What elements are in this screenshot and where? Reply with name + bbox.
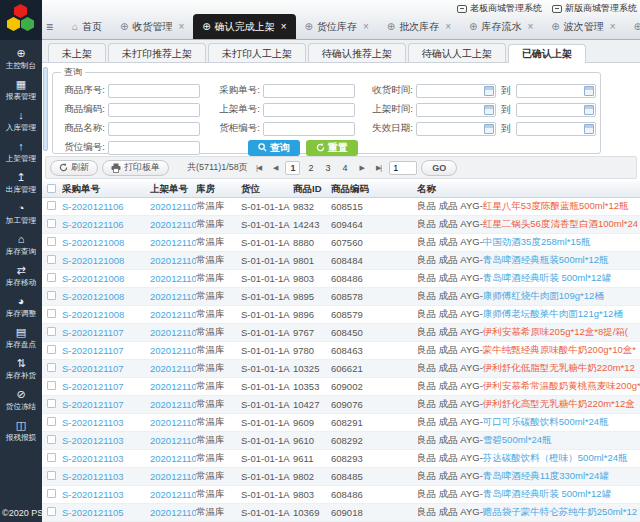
sidebar-item-入库管理[interactable]: ↓入库管理 bbox=[0, 109, 42, 133]
purchase-order-link[interactable]: S-2020121103 bbox=[62, 435, 150, 446]
top-tab[interactable]: ⊕货位库存× bbox=[296, 14, 378, 39]
close-icon[interactable]: × bbox=[610, 21, 616, 32]
row-checkbox[interactable] bbox=[47, 453, 56, 462]
putaway-order-link[interactable]: 20201211003 bbox=[150, 453, 196, 464]
row-checkbox[interactable] bbox=[47, 471, 56, 480]
row-checkbox[interactable] bbox=[47, 489, 56, 498]
row-checkbox[interactable] bbox=[47, 417, 56, 426]
purchase-order-link[interactable]: S-2020121107 bbox=[62, 327, 150, 338]
row-checkbox[interactable] bbox=[47, 219, 56, 228]
row-checkbox[interactable] bbox=[47, 345, 56, 354]
content-tab[interactable]: 已确认上架 bbox=[508, 44, 586, 63]
putaway-order-link[interactable]: 20201211004 bbox=[150, 399, 196, 410]
sidebar-item-货位冻结[interactable]: ⊘货位冻结 bbox=[0, 388, 42, 412]
row-checkbox[interactable] bbox=[47, 309, 56, 318]
sidebar-item-报残报损[interactable]: ◫报残报损 bbox=[0, 419, 42, 443]
reset-button[interactable]: 重置 bbox=[306, 140, 358, 156]
close-icon[interactable]: × bbox=[281, 21, 287, 32]
row-checkbox[interactable] bbox=[47, 381, 56, 390]
page-input[interactable] bbox=[389, 161, 417, 175]
putaway-order-link[interactable]: 20201211005 bbox=[150, 273, 196, 284]
close-icon[interactable]: × bbox=[178, 21, 184, 32]
row-checkbox[interactable] bbox=[47, 327, 56, 336]
product-code-input[interactable] bbox=[108, 103, 200, 117]
purchase-order-link[interactable]: S-2020121106 bbox=[62, 201, 150, 212]
row-checkbox[interactable] bbox=[47, 399, 56, 408]
sidebar-item-库存查询[interactable]: ⌂库存查询 bbox=[0, 233, 42, 257]
close-icon[interactable]: × bbox=[527, 21, 533, 32]
sidebar-item-库存调整[interactable]: ◕库存调整 bbox=[0, 295, 42, 319]
print-board-button[interactable]: 打印板单 bbox=[102, 160, 169, 176]
putaway-order-link[interactable]: 20201211003 bbox=[150, 471, 196, 482]
page-number-button[interactable]: 4 bbox=[339, 162, 352, 174]
putaway-order-link[interactable]: 20201211003 bbox=[150, 435, 196, 446]
page-number-button[interactable]: 3 bbox=[322, 162, 335, 174]
purchase-order-link[interactable]: S-2020121008 bbox=[62, 255, 150, 266]
putaway-order-link[interactable]: 20201211005 bbox=[150, 291, 196, 302]
menu-toggle-icon[interactable]: ≡ bbox=[46, 20, 53, 34]
sidebar-item-上架管理[interactable]: ↑上架管理 bbox=[0, 140, 42, 164]
sidebar-item-库存补货[interactable]: ⇅库存补货 bbox=[0, 357, 42, 381]
purchase-order-link[interactable]: S-2020121105 bbox=[62, 507, 150, 518]
purchase-no-input[interactable] bbox=[263, 84, 355, 98]
close-icon[interactable]: × bbox=[445, 21, 451, 32]
putaway-order-link[interactable]: 20201211004 bbox=[150, 363, 196, 374]
select-all-checkbox[interactable] bbox=[47, 184, 56, 193]
sidebar-item-主控制台[interactable]: ⊕主控制台 bbox=[0, 47, 42, 71]
top-tab[interactable]: ⊕确认完成上架× bbox=[193, 14, 295, 39]
row-checkbox[interactable] bbox=[47, 201, 56, 210]
row-checkbox[interactable] bbox=[47, 435, 56, 444]
purchase-order-link[interactable]: S-2020121106 bbox=[62, 219, 150, 230]
top-tab[interactable]: ⊕收货管理× bbox=[111, 14, 193, 39]
putaway-no-input[interactable] bbox=[263, 103, 355, 117]
panel-collapse-bar[interactable] bbox=[43, 67, 48, 151]
sidebar-item-库存移动[interactable]: ⇄库存移动 bbox=[0, 264, 42, 288]
go-button[interactable]: GO bbox=[421, 160, 457, 176]
content-tab[interactable]: 待确认人工上架 bbox=[408, 43, 506, 62]
purchase-order-link[interactable]: S-2020121103 bbox=[62, 471, 150, 482]
row-checkbox[interactable] bbox=[47, 273, 56, 282]
purchase-order-link[interactable]: S-2020121103 bbox=[62, 489, 150, 500]
calendar-icon[interactable] bbox=[584, 105, 594, 115]
page-number-button[interactable]: 1 bbox=[285, 161, 300, 175]
content-tab[interactable]: 待确认推荐上架 bbox=[308, 43, 406, 62]
slot-no-input[interactable] bbox=[108, 141, 200, 155]
sidebar-item-库存盘点[interactable]: ▤库存盘点 bbox=[0, 326, 42, 350]
purchase-order-link[interactable]: S-2020121008 bbox=[62, 273, 150, 284]
purchase-order-link[interactable]: S-2020121107 bbox=[62, 381, 150, 392]
top-tab[interactable]: ⊕波次管理× bbox=[542, 14, 624, 39]
putaway-order-link[interactable]: 20201211004 bbox=[150, 381, 196, 392]
row-checkbox[interactable] bbox=[47, 291, 56, 300]
purchase-order-link[interactable]: S-2020121103 bbox=[62, 417, 150, 428]
tab-home[interactable]: ⌂ 首页 bbox=[63, 14, 111, 39]
content-tab[interactable]: 未打印人工上架 bbox=[208, 43, 306, 62]
calendar-icon[interactable] bbox=[584, 86, 594, 96]
refresh-button[interactable]: 刷新 bbox=[50, 160, 98, 176]
top-tab[interactable]: ⊕批次库存× bbox=[378, 14, 460, 39]
putaway-order-link[interactable]: 20201211004 bbox=[150, 327, 196, 338]
container-no-input[interactable] bbox=[263, 122, 355, 136]
putaway-order-link[interactable]: 20201211006 bbox=[150, 219, 196, 230]
calendar-icon[interactable] bbox=[484, 124, 494, 134]
content-tab[interactable]: 未打印推荐上架 bbox=[108, 43, 206, 62]
putaway-order-link[interactable]: 20201211006 bbox=[150, 201, 196, 212]
putaway-order-link[interactable]: 20201211003 bbox=[150, 417, 196, 428]
purchase-order-link[interactable]: S-2020121107 bbox=[62, 399, 150, 410]
product-name-input[interactable] bbox=[108, 122, 200, 136]
close-icon[interactable]: × bbox=[363, 21, 369, 32]
row-checkbox[interactable] bbox=[47, 363, 56, 372]
sidebar-item-出库管理[interactable]: ↥出库管理 bbox=[0, 171, 42, 195]
putaway-order-link[interactable]: 20201211002 bbox=[150, 507, 196, 518]
purchase-order-link[interactable]: S-2020121107 bbox=[62, 363, 150, 374]
next-page-button[interactable]: ▶ bbox=[356, 164, 368, 172]
putaway-order-link[interactable]: 20201211003 bbox=[150, 489, 196, 500]
purchase-order-link[interactable]: S-2020121107 bbox=[62, 345, 150, 356]
prev-page-button[interactable]: ◀ bbox=[269, 164, 281, 172]
page-number-button[interactable]: 2 bbox=[304, 162, 317, 174]
top-tab[interactable]: ⊕库存流水× bbox=[460, 14, 542, 39]
putaway-order-link[interactable]: 20201211004 bbox=[150, 345, 196, 356]
putaway-order-link[interactable]: 20201211005 bbox=[150, 237, 196, 248]
top-tab[interactable]: ⊕拣货管理× bbox=[624, 14, 640, 39]
purchase-order-link[interactable]: S-2020121008 bbox=[62, 309, 150, 320]
first-page-button[interactable]: |◀ bbox=[252, 164, 265, 172]
